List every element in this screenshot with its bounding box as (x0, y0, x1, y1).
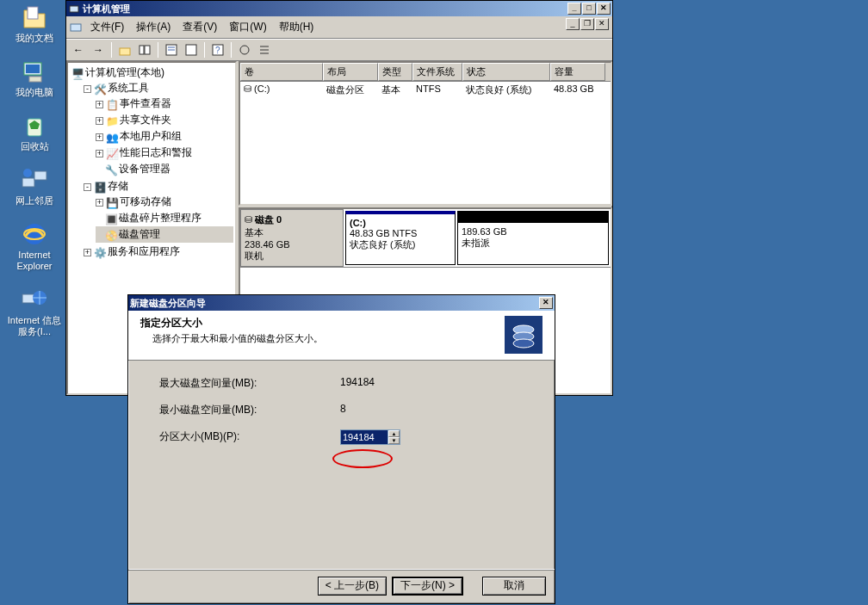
col-status[interactable]: 状态 (462, 63, 550, 81)
desktop-icon-my-docs[interactable]: 我的文档 (4, 3, 65, 44)
wizard-header: 指定分区大小 选择介于最大和最小值的磁盘分区大小。 (128, 311, 555, 361)
desktop-icon-recycle-bin[interactable]: 回收站 (4, 112, 65, 152)
tree-root[interactable]: 🖥️计算机管理(本地) -🛠️系统工具 +📋事件查看器 +📁共享文件夹 +👥本地… (71, 65, 233, 261)
close-button[interactable]: ✕ (539, 297, 553, 309)
menu-window[interactable]: 窗口(W) (224, 18, 271, 36)
expand-icon[interactable]: + (96, 133, 103, 141)
desktop-icon-label: Internet 信息服务(I... (4, 315, 65, 337)
cell-layout: 磁盘分区 (323, 83, 378, 97)
toolbar-help-button[interactable]: ? (209, 41, 226, 59)
tree-device-manager[interactable]: 🔧设备管理器 (96, 161, 233, 177)
tree-label: 本地用户和组 (120, 130, 182, 142)
partition-size: 189.63 GB (462, 226, 507, 237)
svg-text:?: ? (215, 46, 220, 55)
maximize-button[interactable]: □ (582, 3, 596, 15)
max-size-label: 最大磁盘空间量(MB): (159, 376, 340, 391)
tree-label: 磁盘碎片整理程序 (119, 212, 202, 224)
next-button[interactable]: 下一步(N) > (392, 577, 463, 596)
svg-point-24 (240, 46, 249, 54)
tree-defrag[interactable]: 🔳磁盘碎片整理程序 (96, 210, 233, 226)
disk-kind: 基本 (245, 226, 339, 239)
svg-rect-7 (34, 171, 46, 180)
partition-size-spinner: ▲ ▼ (340, 429, 400, 445)
desktop-icon-my-computer[interactable]: 我的电脑 (4, 58, 65, 98)
disk-row[interactable]: ⛁ 磁盘 0 基本 238.46 GB 联机 (C:) 48.83 GB NTF… (240, 209, 611, 268)
desktop-icon-network[interactable]: 网上邻居 (4, 166, 65, 207)
collapse-icon[interactable]: - (84, 85, 91, 93)
wizard-title: 新建磁盘分区向导 (130, 297, 539, 310)
tree-removable[interactable]: +💾可移动存储 (96, 194, 233, 210)
window-titlebar[interactable]: 计算机管理 _ □ ✕ (66, 1, 612, 16)
cancel-button[interactable]: 取消 (482, 577, 546, 596)
desktop-icon-ie[interactable]: Internet Explorer (4, 220, 65, 272)
tree-disk-management[interactable]: 📀磁盘管理 (96, 226, 233, 243)
menu-file[interactable]: 文件(F) (85, 18, 129, 36)
tree-root-label: 计算机管理(本地) (85, 66, 164, 78)
tree-services[interactable]: +⚙️服务和应用程序 (84, 244, 233, 260)
tree-label: 共享文件夹 (120, 114, 171, 126)
back-button[interactable]: < 上一步(B) (318, 577, 387, 596)
collapse-icon[interactable]: - (84, 183, 91, 191)
mdi-close-button[interactable]: ✕ (595, 18, 609, 30)
disk-icon: ⛁ (245, 214, 252, 225)
documents-icon (21, 3, 48, 31)
mdi-restore-button[interactable]: ❐ (580, 18, 594, 30)
tree-storage[interactable]: -🗄️存储 +💾可移动存储 🔳磁盘碎片整理程序 📀磁盘管理 (84, 178, 233, 244)
col-fs[interactable]: 文件系统 (412, 63, 462, 81)
toolbar: ← → ? (66, 39, 612, 61)
desktop-icons: 我的文档 我的电脑 回收站 网上邻居 Internet Explorer Int… (0, 0, 69, 337)
toolbar-refresh-button[interactable] (183, 41, 200, 59)
toolbar-properties-button[interactable] (163, 41, 180, 59)
disk-info-label[interactable]: ⛁ 磁盘 0 基本 238.46 GB 联机 (240, 209, 344, 267)
svg-rect-21 (186, 45, 196, 55)
expand-icon[interactable]: + (96, 117, 103, 125)
col-capacity[interactable]: 容量 (550, 63, 605, 81)
toolbar-back-button[interactable]: ← (70, 41, 87, 59)
tree-label: 事件查看器 (120, 97, 171, 109)
menu-view[interactable]: 查看(V) (177, 18, 222, 36)
expand-icon[interactable]: + (84, 249, 91, 256)
iis-icon (21, 286, 48, 313)
desktop-icon-iis[interactable]: Internet 信息服务(I... (4, 286, 65, 337)
desktop-icon-label: 我的文档 (16, 33, 53, 44)
volume-list[interactable]: 卷 布局 类型 文件系统 状态 容量 ⛁ (C:) 磁盘分区 基本 NTFS 状… (239, 61, 612, 206)
mmc-icon (70, 18, 84, 36)
partition-name: (C:) (350, 218, 366, 228)
volume-row[interactable]: ⛁ (C:) 磁盘分区 基本 NTFS 状态良好 (系统) 48.83 GB (240, 82, 611, 98)
expand-icon[interactable]: + (96, 199, 103, 207)
cell-fs: NTFS (412, 83, 462, 97)
toolbar-list-button[interactable] (256, 41, 273, 59)
min-size-label: 最小磁盘空间量(MB): (159, 403, 340, 417)
toolbar-settings-button[interactable] (236, 41, 253, 59)
toolbar-forward-button[interactable]: → (90, 41, 107, 59)
col-layout[interactable]: 布局 (323, 63, 378, 81)
minimize-button[interactable]: _ (567, 3, 581, 15)
tree-event-viewer[interactable]: +📋事件查看器 (96, 96, 233, 112)
tree-system-tools[interactable]: -🛠️系统工具 +📋事件查看器 +📁共享文件夹 +👥本地用户和组 +📈性能日志和… (84, 80, 233, 178)
col-volume[interactable]: 卷 (240, 63, 323, 81)
expand-icon[interactable]: + (96, 101, 103, 108)
partition-unallocated[interactable]: 189.63 GB 未指派 (457, 211, 609, 265)
tree-perf-logs[interactable]: +📈性能日志和警报 (96, 145, 233, 161)
mdi-minimize-button[interactable]: _ (566, 18, 580, 30)
menu-help[interactable]: 帮助(H) (274, 18, 319, 36)
partition-c[interactable]: (C:) 48.83 GB NTFS 状态良好 (系统) (345, 211, 456, 265)
cell-capacity: 48.83 GB (550, 83, 605, 97)
spinner-up-button[interactable]: ▲ (388, 430, 400, 437)
removable-icon: 💾 (106, 197, 118, 207)
toolbar-up-button[interactable] (116, 41, 133, 59)
tree-local-users[interactable]: +👥本地用户和组 (96, 128, 233, 145)
col-type[interactable]: 类型 (378, 63, 412, 81)
wizard-titlebar[interactable]: 新建磁盘分区向导 ✕ (128, 295, 555, 311)
close-button[interactable]: ✕ (597, 3, 611, 15)
storage-icon: 🗄️ (94, 182, 106, 192)
expand-icon[interactable]: + (96, 150, 103, 157)
tree-shared-folders[interactable]: +📁共享文件夹 (96, 112, 233, 128)
partition-size-input[interactable] (341, 430, 388, 444)
menu-action[interactable]: 操作(A) (131, 18, 176, 36)
tree-label: 服务和应用程序 (108, 245, 180, 257)
menubar: 文件(F) 操作(A) 查看(V) 窗口(W) 帮助(H) _ ❐ ✕ (66, 16, 612, 39)
toolbar-show-hide-button[interactable] (136, 41, 153, 59)
computer-icon (21, 58, 48, 85)
spinner-down-button[interactable]: ▼ (388, 437, 400, 444)
